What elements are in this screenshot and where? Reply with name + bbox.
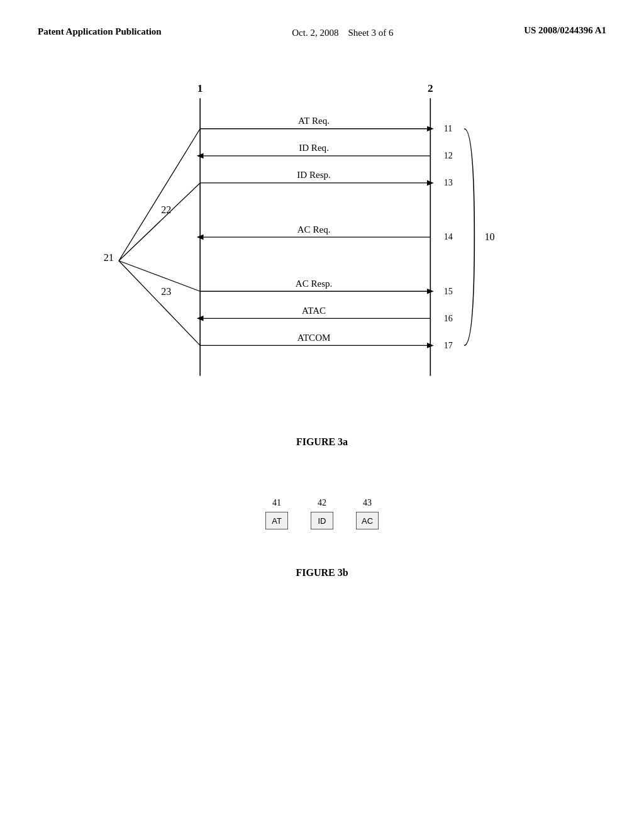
box-group-id: 42 ID [311, 498, 333, 529]
svg-text:14: 14 [444, 232, 453, 241]
svg-text:AC Req.: AC Req. [297, 224, 331, 235]
svg-text:13: 13 [444, 178, 453, 187]
header-center: Oct. 2, 2008 Sheet 3 of 6 [292, 25, 393, 40]
figure-3a-diagram: 1 2 21 22 23 [38, 78, 606, 430]
publication-title: Patent Application Publication [38, 25, 162, 38]
svg-text:16: 16 [444, 314, 453, 323]
svg-text:AC Resp.: AC Resp. [296, 279, 333, 289]
svg-text:12: 12 [444, 151, 453, 160]
svg-text:ATCOM: ATCOM [297, 333, 331, 343]
box-label-41: 41 [272, 498, 281, 508]
svg-text:ATAC: ATAC [302, 306, 326, 316]
svg-text:15: 15 [444, 287, 453, 296]
svg-text:1: 1 [197, 82, 203, 94]
sheet-info: Sheet 3 of 6 [348, 28, 393, 38]
svg-text:10: 10 [484, 231, 494, 242]
box-group-ac: 43 AC [356, 498, 379, 529]
svg-text:21: 21 [104, 252, 114, 263]
svg-text:23: 23 [161, 286, 171, 297]
svg-text:17: 17 [444, 341, 453, 350]
box-item-at: AT [265, 512, 288, 529]
patent-number: US 2008/0244396 A1 [524, 25, 606, 36]
figure-3b-container: 41 AT 42 ID 43 AC [38, 485, 606, 529]
svg-text:ID Req.: ID Req. [299, 143, 329, 153]
page-header: Patent Application Publication Oct. 2, 2… [0, 0, 644, 53]
publication-date: Oct. 2, 2008 [292, 28, 338, 38]
svg-text:22: 22 [161, 204, 171, 215]
svg-line-9 [119, 261, 200, 291]
page-content: 1 2 21 22 23 [0, 53, 644, 604]
box-item-ac: AC [356, 512, 379, 529]
box-label-42: 42 [318, 498, 326, 508]
svg-text:ID Resp.: ID Resp. [297, 170, 331, 180]
box-item-id: ID [311, 512, 333, 529]
box-label-43: 43 [363, 498, 372, 508]
svg-line-10 [119, 261, 200, 346]
figure-3b-boxes: 41 AT 42 ID 43 AC [254, 498, 390, 529]
box-group-at: 41 AT [265, 498, 288, 529]
svg-text:11: 11 [444, 124, 452, 133]
svg-text:2: 2 [428, 82, 433, 94]
svg-text:AT Req.: AT Req. [298, 116, 330, 126]
figure-3b-caption: FIGURE 3b [38, 567, 606, 578]
figure-3a-caption: FIGURE 3a [38, 436, 606, 448]
